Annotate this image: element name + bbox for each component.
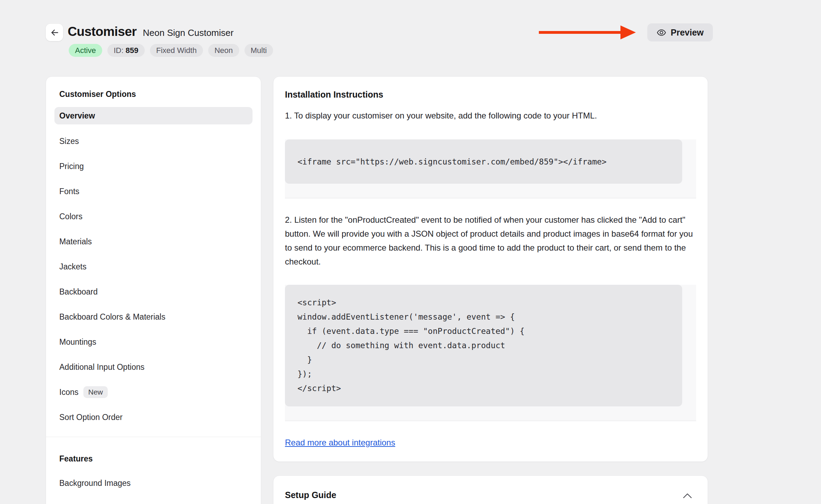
preview-button[interactable]: Preview (647, 23, 713, 41)
page: Customiser Neon Sign Customiser Active I… (0, 0, 821, 504)
back-arrow-icon (50, 28, 59, 37)
tag-badge-multi: Multi (244, 44, 273, 57)
tag-badge-fixed-width: Fixed Width (150, 44, 203, 57)
script-code-container: <script> window.addEventListener('messag… (285, 285, 696, 421)
setup-guide-title: Setup Guide (285, 490, 696, 500)
annotation-arrow-icon (537, 24, 638, 42)
script-code-block: <script> window.addEventListener('messag… (285, 285, 682, 406)
status-badge: Active (69, 44, 102, 57)
id-value: 859 (126, 46, 138, 55)
id-label: ID: (114, 46, 123, 55)
installation-step-1: 1. To display your customiser on your we… (285, 109, 696, 123)
page-title: Customiser (68, 23, 137, 40)
back-button[interactable] (46, 24, 63, 41)
sidebar-features-list: Background Images Review Screen (54, 471, 253, 504)
sidebar-features-heading: Features (59, 454, 253, 464)
tag-badge-neon: Neon (208, 44, 239, 57)
sidebar-item-jackets[interactable]: Jackets (54, 254, 253, 279)
sidebar-options-list: Sizes Pricing Fonts Colors Materials Jac… (54, 129, 253, 430)
sidebar-item-icons[interactable]: IconsNew (54, 380, 253, 405)
id-badge: ID:859 (107, 44, 145, 57)
chevron-up-icon (683, 492, 692, 499)
badge-row: Active ID:859 Fixed Width Neon Multi (69, 44, 273, 57)
setup-guide-card: Setup Guide (273, 475, 708, 504)
sidebar-card: Customiser Options Overview Sizes Pricin… (46, 76, 261, 504)
installation-card: Installation Instructions 1. To display … (273, 76, 708, 462)
new-badge: New (83, 386, 108, 398)
sidebar-item-review-screen[interactable]: Review Screen (54, 496, 253, 504)
read-more-integrations-link[interactable]: Read more about integrations (285, 438, 395, 448)
sidebar-options-heading: Customiser Options (59, 89, 253, 99)
sidebar-item-sort-option-order[interactable]: Sort Option Order (54, 405, 253, 430)
preview-button-label: Preview (671, 28, 704, 38)
iframe-code-block: <iframe src="https://web.signcustomiser.… (285, 139, 682, 184)
sidebar-divider (46, 437, 261, 437)
sidebar-item-pricing[interactable]: Pricing (54, 154, 253, 179)
installation-title: Installation Instructions (285, 89, 696, 100)
sidebar-item-icons-label: Icons (59, 388, 78, 397)
sidebar-item-additional-input-options[interactable]: Additional Input Options (54, 354, 253, 380)
iframe-code-container: <iframe src="https://web.signcustomiser.… (285, 139, 696, 198)
sidebar-item-colors[interactable]: Colors (54, 204, 253, 229)
header: Customiser Neon Sign Customiser (68, 23, 234, 40)
sidebar-item-sizes[interactable]: Sizes (54, 129, 253, 154)
sidebar-item-overview[interactable]: Overview (54, 107, 253, 124)
sidebar-item-backboard-colors-materials[interactable]: Backboard Colors & Materials (54, 304, 253, 329)
sidebar-item-mountings[interactable]: Mountings (54, 329, 253, 354)
sidebar-item-background-images[interactable]: Background Images (54, 471, 253, 496)
collapse-button[interactable] (681, 490, 694, 501)
page-subtitle: Neon Sign Customiser (143, 28, 234, 38)
installation-step-2: 2. Listen for the "onProductCreated" eve… (285, 213, 696, 269)
sidebar-item-materials[interactable]: Materials (54, 229, 253, 254)
eye-icon (656, 28, 666, 38)
sidebar-item-fonts[interactable]: Fonts (54, 179, 253, 204)
sidebar-item-backboard[interactable]: Backboard (54, 279, 253, 304)
